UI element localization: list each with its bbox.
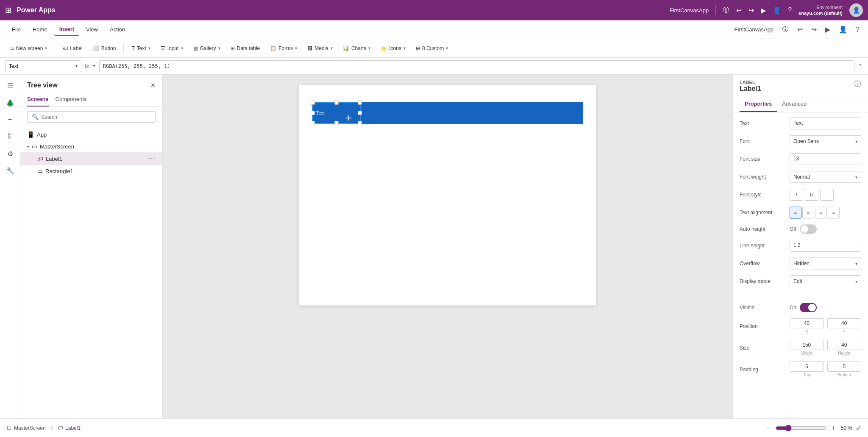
strikethrough-button[interactable]: — — [820, 189, 834, 201]
tab-properties[interactable]: Properties — [740, 96, 777, 112]
prop-auto-height: Auto height Off — [740, 224, 861, 234]
line-height-value[interactable]: 1.2 — [790, 240, 861, 252]
menu-action[interactable]: Action — [105, 24, 130, 35]
menu-file[interactable]: File — [7, 24, 26, 35]
tree-item-label1[interactable]: 🏷 Label1 ··· — [20, 152, 162, 165]
insert-sidebar-icon[interactable]: + — [3, 112, 18, 127]
tree-item-rectangle1[interactable]: ▭ Rectangle1 — [20, 165, 162, 177]
search-input[interactable] — [41, 114, 151, 120]
breadcrumb-screen-label: MasterScreen — [14, 425, 46, 431]
handle-bottom-left[interactable] — [311, 121, 315, 125]
tree-item-app[interactable]: 📱 App — [20, 129, 162, 140]
canvas-app-name: FirstCanvasApp — [734, 26, 773, 33]
charts-icon: 📊 — [343, 45, 349, 51]
apps-grid-icon[interactable]: ⊞ — [5, 6, 11, 15]
input-chevron: ▾ — [181, 46, 183, 50]
font-prop-value[interactable]: Open Sans ▾ — [790, 135, 861, 147]
button-button[interactable]: ⬜ Button — [89, 43, 120, 53]
forms-button[interactable]: 📋 Forms ▾ — [266, 43, 301, 53]
padding-inputs: 5 Top 5 Bottom — [790, 361, 861, 377]
property-dropdown[interactable]: Text ▾ — [5, 60, 81, 72]
zoom-slider[interactable] — [776, 425, 826, 431]
align-right-button[interactable]: ≡ — [815, 207, 827, 218]
font-style-label: Font style — [740, 192, 786, 198]
icons-button[interactable]: ⭐ Icons ▾ — [376, 43, 410, 53]
formula-expand-icon[interactable]: ⌃ — [858, 63, 863, 70]
fullscreen-button[interactable]: ⤢ — [856, 424, 861, 432]
props-info-icon[interactable]: ⓘ — [854, 80, 861, 89]
tree-close-button[interactable]: ✕ — [150, 82, 156, 89]
underline-button[interactable]: U — [805, 189, 818, 201]
new-screen-button[interactable]: ▭ New screen ▾ — [5, 43, 51, 53]
search-icon: 🔍 — [32, 114, 39, 120]
tab-screens[interactable]: Screens — [27, 92, 49, 106]
align-justify-button[interactable]: ≡ — [828, 207, 840, 218]
zoom-out-button[interactable]: − — [765, 423, 772, 433]
breadcrumb-screen[interactable]: ☐ MasterScreen — [7, 425, 46, 431]
auto-height-toggle[interactable] — [800, 224, 817, 234]
undo-icon[interactable]: ↩ — [736, 6, 742, 14]
label1-more-options[interactable]: ··· — [149, 155, 156, 162]
padding-bottom-input[interactable]: 5 — [827, 361, 862, 372]
canvas-label-element[interactable]: Text ✛ — [312, 102, 361, 124]
text-button[interactable]: T Text ▾ — [127, 43, 154, 53]
share-toolbar-icon[interactable]: 👤 — [837, 24, 849, 35]
play-toolbar-icon[interactable]: ▶ — [823, 24, 832, 35]
undo-toolbar-icon[interactable]: ↩ — [796, 24, 804, 35]
size-height-input[interactable]: 40 — [827, 340, 862, 350]
charts-button[interactable]: 📊 Charts ▾ — [339, 43, 375, 53]
italic-button[interactable]: I — [790, 189, 803, 201]
handle-top-center[interactable] — [334, 101, 339, 105]
padding-top-input[interactable]: 5 — [790, 361, 824, 372]
data-table-button[interactable]: ⊞ Data table — [226, 43, 264, 53]
zoom-in-button[interactable]: + — [830, 423, 837, 433]
position-y-input[interactable]: 40 — [827, 318, 862, 328]
tab-components[interactable]: Components — [56, 92, 87, 106]
user-icon[interactable]: 👤 — [773, 6, 781, 14]
formula-input[interactable]: RGBA(255, 255, 255, 1) — [99, 60, 854, 72]
question-icon[interactable]: ? — [788, 6, 792, 14]
search-box[interactable]: 🔍 — [27, 111, 156, 123]
padding-top-item: 5 Top — [790, 361, 824, 377]
menu-insert[interactable]: Insert — [54, 23, 79, 36]
menu-view[interactable]: View — [81, 24, 103, 35]
redo-toolbar-icon[interactable]: ↪ — [810, 24, 818, 35]
custom-button[interactable]: ⊞ 8 Custom ▾ — [412, 43, 452, 53]
display-mode-value[interactable]: Edit ▾ — [790, 275, 861, 287]
tree-item-masterscreen[interactable]: ▾ ▭ MasterScreen — [20, 140, 162, 152]
avatar[interactable]: 👤 — [849, 3, 863, 17]
breadcrumb-element[interactable]: 🏷 Label1 — [58, 425, 81, 431]
media-button[interactable]: 🖼 Media ▾ — [303, 43, 337, 53]
handle-top-left[interactable] — [311, 101, 315, 105]
overflow-value[interactable]: Hidden ▾ — [790, 258, 861, 269]
input-button[interactable]: ☰ Input ▾ — [156, 43, 187, 53]
help-toolbar-icon[interactable]: 🛈 — [780, 24, 790, 35]
redo-icon[interactable]: ↪ — [748, 6, 754, 14]
font-size-value[interactable]: 13 — [790, 153, 861, 165]
menu-home[interactable]: Home — [28, 24, 53, 35]
visible-on-label: On — [790, 305, 796, 311]
help-icon[interactable]: 🛈 — [723, 6, 729, 14]
handle-middle-left[interactable] — [311, 111, 315, 115]
bottom-bar: ☐ MasterScreen › 🏷 Label1 − + 50 % ⤢ — [0, 418, 868, 437]
hamburger-icon[interactable]: ☰ — [3, 78, 18, 93]
tree-view-icon[interactable]: 🌲 — [3, 95, 18, 110]
data-sidebar-icon[interactable]: 🗄 — [3, 129, 18, 144]
tab-advanced[interactable]: Advanced — [777, 96, 812, 112]
position-x-input[interactable]: 40 — [790, 318, 824, 328]
label-button[interactable]: 🏷 Label — [58, 43, 86, 53]
tools-sidebar-icon[interactable]: 🔧 — [3, 163, 18, 178]
move-cursor-icon[interactable]: ✛ — [346, 114, 351, 122]
visible-toggle[interactable] — [800, 303, 817, 312]
align-center-button[interactable]: ≡ — [802, 207, 814, 218]
font-weight-value[interactable]: Normal ▾ — [790, 171, 861, 183]
text-prop-value[interactable]: Text — [790, 118, 861, 129]
size-width-input[interactable]: 150 — [790, 340, 824, 350]
media-chevron: ▾ — [331, 46, 333, 50]
play-icon[interactable]: ▶ — [761, 6, 766, 14]
align-left-button[interactable]: ≡ — [790, 207, 801, 218]
question-toolbar-icon[interactable]: ? — [854, 24, 861, 35]
variables-sidebar-icon[interactable]: ⚙ — [3, 146, 18, 161]
gallery-button[interactable]: ▦ Gallery ▾ — [189, 43, 225, 53]
handle-bottom-center[interactable] — [334, 121, 339, 125]
